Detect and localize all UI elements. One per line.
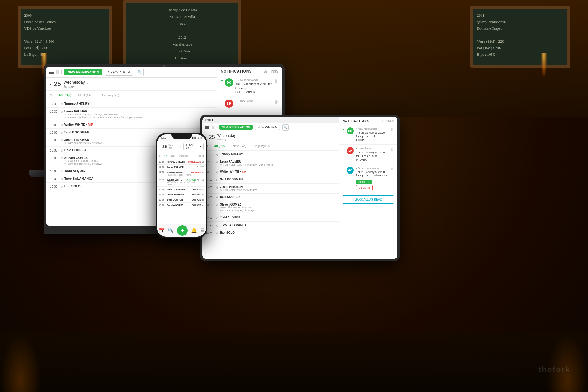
tab-all[interactable]: All (31p) xyxy=(57,91,72,100)
chalkboard-center-text: Iberique de BellotaSierra de Sevilla36 €… xyxy=(126,3,238,70)
chalkboard-left: 2009Domaine des TourosVDP de Vaucluse Ve… xyxy=(18,6,112,68)
chalkboard-right: 2011gevrey-chambertinDomaine Trapet Verr… xyxy=(470,6,570,68)
iphone-nav-calendar[interactable]: 📅 xyxy=(159,228,165,233)
iphone-bottom-nav: 📅 🔍 + 🔔 ☰ xyxy=(157,224,206,237)
iphone-nav-menu[interactable]: ☰ xyxy=(200,228,204,233)
iphone-tab-next[interactable]: Next xyxy=(170,152,176,159)
iphone-list-row[interactable]: 13:00 Walter WHITE ARRIVED 4p TO6 -30% o… xyxy=(157,177,206,187)
tab-next[interactable]: Next (24p) xyxy=(77,91,94,100)
notification-text: Thu 26 January at 20:00 for 8 peopleDale… xyxy=(235,82,272,95)
new-reservation-button[interactable]: NEW RESERVATION xyxy=(64,69,102,75)
chalkboard-left-text: 2009Domaine des TourosVDP de Vaucluse Ve… xyxy=(21,9,109,65)
iphone-settings-icon[interactable]: ⚙ xyxy=(202,154,204,157)
sort-icon[interactable]: ⇅ xyxy=(50,93,53,97)
ipad-menu-icon[interactable] xyxy=(205,126,209,129)
iphone-nav-bell[interactable]: 🔔 xyxy=(191,228,197,233)
search-nav-icon: 🔍 xyxy=(168,228,174,233)
ipad-notifications-panel: NOTIFICATIONS SETTINGS DC • New reservat… xyxy=(339,132,397,259)
layout-toggle[interactable] xyxy=(56,70,62,74)
notification-delete-button[interactable]: 🗑 xyxy=(274,78,278,83)
notification-content: • Cancellation xyxy=(235,100,272,103)
notification-type: • Cancellation xyxy=(356,147,388,150)
ipad-tab-next[interactable]: Next (24p) xyxy=(231,142,248,151)
notification-avatar: LP xyxy=(347,147,354,154)
iphone-list-row[interactable]: 13:00 Jesse Pinkman BOOKED 4p xyxy=(157,192,206,197)
iphone-tab-all[interactable]: All xyxy=(163,152,167,159)
iphone-filter-tabs: ⇅ All Next Ongoing ⊞ ⚙ xyxy=(157,152,206,159)
month-name: January xyxy=(63,85,85,88)
ipad-notification-item-2: LP • Cancellation Thu 26 January at 20:0… xyxy=(339,145,397,164)
status-badge: ARRIVED xyxy=(186,179,196,181)
notification-text: Thu 26 January at 20:00 for 8 people Gor… xyxy=(356,170,388,178)
day-name: Wednesday xyxy=(63,80,85,85)
iphone-list-row[interactable]: 12:30 Tommy SHELBY CANCELLED 2p xyxy=(157,159,206,165)
ipad-next-date[interactable]: › xyxy=(238,135,240,139)
iphone-sort-icon[interactable]: ⇅ xyxy=(159,154,161,157)
ipad-tab-all[interactable]: All (31p) xyxy=(213,142,227,151)
notification-avatar: GC xyxy=(347,167,354,174)
notification-content: • Group reservation Thu 26 January at 20… xyxy=(356,167,388,190)
chalkboard-right-text: 2011gevrey-chambertinDomaine Trapet Verr… xyxy=(473,9,567,65)
ipad-new-reservation-button[interactable]: NEW RESERVATION xyxy=(219,125,253,130)
iphone-tab-ongoing[interactable]: Ongoing xyxy=(178,152,188,159)
iphone-next-date[interactable]: › xyxy=(179,144,181,149)
notification-delete-button[interactable]: 🗑 xyxy=(274,100,278,104)
battery-icon: ▭ xyxy=(200,137,203,139)
ipad-model: iPad ◆ xyxy=(205,118,213,121)
notification-type: • Cancellation xyxy=(235,100,272,103)
ipad-notification-item-1: DC • New reservation Thu 26 January at 2… xyxy=(339,132,397,145)
iphone-prev-date[interactable]: ‹ xyxy=(159,144,161,149)
unread-indicator xyxy=(221,80,223,81)
notification-avatar: DC xyxy=(347,132,354,134)
ipad-search-button[interactable]: 🔍 xyxy=(282,124,289,131)
menu-nav-icon: ☰ xyxy=(200,228,204,233)
notification-item: DC • New reservation Thu 26 January at 2… xyxy=(217,78,282,97)
decline-button[interactable]: DECLINE xyxy=(356,185,373,190)
notification-actions: ACCEPT DECLINE xyxy=(356,179,388,190)
ipad-notification-item-3: GC • Group reservation Thu 26 January at… xyxy=(339,164,397,193)
iphone-list-row[interactable]: 13:00 Dale COOPER BOOKED 6p xyxy=(157,197,206,203)
ipad-date-number: 25 xyxy=(209,134,215,140)
ipad-new-walk-in-button[interactable]: NEW WALK-IN xyxy=(255,125,280,130)
iphone-time: 9:41 xyxy=(161,136,166,139)
prev-date-button[interactable]: ‹ xyxy=(50,82,51,86)
ipad-tab-ongoing[interactable]: Ongoing (2p) xyxy=(252,142,272,151)
ipad-day-name: Wednesday xyxy=(217,134,236,138)
ipad-layout-toggle[interactable] xyxy=(212,126,217,129)
menu-icon[interactable] xyxy=(49,71,54,74)
iphone-list-row[interactable]: 13:00 Todd ALQUIST BOOKED 4p xyxy=(157,203,206,208)
notification-text: Thu 26 January at 20:00 for 8 people Dal… xyxy=(356,132,388,142)
notification-delete-button[interactable]: 🗑 xyxy=(390,147,394,151)
new-walk-in-button[interactable]: NEW WALK-IN xyxy=(105,69,133,76)
iphone-list-row[interactable]: 13:00 Saul GOODMAN BOOKED 8p xyxy=(157,187,206,192)
thefork-watermark: thefork xyxy=(538,365,570,374)
accept-button[interactable]: ACCEPT xyxy=(356,180,372,184)
sconce-right xyxy=(541,53,547,76)
iphone-status-icons: ▌▌▌ ⟁ ▭ xyxy=(192,137,203,139)
notification-type: • Group reservation xyxy=(356,167,388,170)
iphone-tab-actions: ⊞ ⚙ xyxy=(198,154,204,157)
iphone-nav-add-button[interactable]: + xyxy=(177,225,188,236)
table-left xyxy=(0,333,41,392)
mark-all-read-button[interactable]: MARK ALL AS READ xyxy=(343,195,394,204)
floor xyxy=(0,333,588,392)
notification-item: LP • Cancellation 🗑 xyxy=(217,97,282,110)
notification-content: • New reservation Thu 26 January at 20:0… xyxy=(356,132,388,142)
iphone-list-row[interactable]: 12:30 Steven GOMEZ NO SHOW 4p -30% off à… xyxy=(157,170,206,177)
notification-delete-button[interactable]: 🗑 xyxy=(390,167,394,171)
search-button[interactable]: 🔍 xyxy=(136,68,144,76)
next-date-button[interactable]: › xyxy=(87,82,89,86)
iphone-filter-icon[interactable]: ⊞ xyxy=(198,154,201,157)
ipad-screen: iPad ◆ 9:41 AM 100% NEW RESERVATION NEW … xyxy=(202,117,397,259)
status-badge: NO SHOW xyxy=(191,171,201,174)
iphone-list-row[interactable]: 12:30 Laura PALMER 8p TO5 xyxy=(157,165,206,170)
iphone-service-selector[interactable]: LUNCH 30P ▾ xyxy=(183,143,204,150)
iphone-date-number: 25 xyxy=(162,144,167,149)
ipad-month-name: January xyxy=(217,138,236,141)
date-number: 25 xyxy=(54,80,61,88)
tab-ongoing[interactable]: Ongoing (2p) xyxy=(99,91,121,100)
bell-icon: 🔔 xyxy=(191,228,197,233)
ipad-app: iPad ◆ 9:41 AM 100% NEW RESERVATION NEW … xyxy=(202,117,397,259)
iphone-device: 9:41 ▌▌▌ ⟁ ▭ ‹ 25 Wed Jan › LUNCH 30P ▾ xyxy=(156,133,207,238)
iphone-nav-search[interactable]: 🔍 xyxy=(168,228,174,233)
